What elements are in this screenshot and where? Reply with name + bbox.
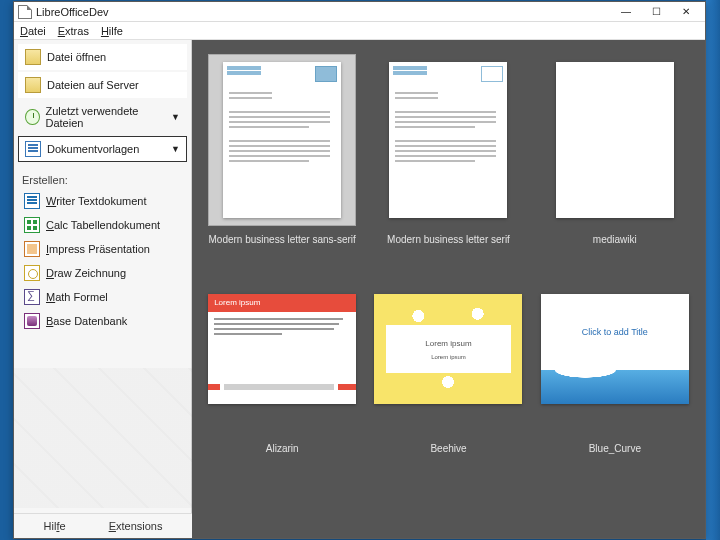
create-calc-button[interactable]: Calc Tabellendokument (18, 214, 187, 236)
maximize-button[interactable]: ☐ (641, 3, 671, 21)
menu-extras[interactable]: Extras (58, 25, 89, 37)
menu-help[interactable]: Hilfe (101, 25, 123, 37)
create-math-button[interactable]: Math Formel (18, 286, 187, 308)
create-item-label: Base Datenbank (46, 315, 127, 327)
create-item-label: Calc Tabellendokument (46, 219, 160, 231)
close-button[interactable]: ✕ (671, 3, 701, 21)
alizarin-title: Lorem ipsum (208, 294, 356, 312)
clock-icon (25, 109, 40, 125)
template-icon (25, 141, 41, 157)
template-label: Beehive (430, 443, 466, 454)
files-on-server-button[interactable]: Dateien auf Server (18, 72, 187, 98)
window-title: LibreOfficeDev (36, 6, 611, 18)
open-file-button[interactable]: Datei öffnen (18, 44, 187, 70)
template-item[interactable]: Modern business letter sans-serif (206, 54, 358, 245)
impress-icon (24, 241, 40, 257)
base-icon (24, 313, 40, 329)
template-item[interactable]: Click to add Title Blue_Curve (539, 263, 691, 454)
template-item[interactable]: Lorem ipsum Alizarin (206, 263, 358, 454)
beehive-preview: Lorem ipsum Lorem ipsum (374, 294, 522, 404)
math-icon (24, 289, 40, 305)
template-label: Blue_Curve (589, 443, 641, 454)
help-link[interactable]: Hilfe (44, 520, 66, 532)
letter-preview (389, 62, 507, 218)
templates-label: Dokumentvorlagen (47, 143, 139, 155)
extensions-link[interactable]: Extensions (109, 520, 163, 532)
folder-icon (25, 49, 41, 65)
create-item-label: Impress Präsentation (46, 243, 150, 255)
template-label: mediawiki (593, 234, 637, 245)
sidebar-footer: Hilfe Extensions (14, 513, 192, 538)
calc-icon (24, 217, 40, 233)
letter-preview (223, 62, 341, 218)
alizarin-preview: Lorem ipsum (208, 294, 356, 404)
template-thumbnail (374, 54, 522, 226)
menu-file[interactable]: Datei (20, 25, 46, 37)
create-item-label: Draw Zeichnung (46, 267, 126, 279)
template-label: Modern business letter sans-serif (209, 234, 356, 245)
window-controls: — ☐ ✕ (611, 3, 701, 21)
beehive-title: Lorem ipsum (425, 339, 471, 348)
minimize-button[interactable]: — (611, 3, 641, 21)
template-thumbnail: Lorem ipsum (208, 263, 356, 435)
create-section-label: Erstellen: (14, 166, 191, 190)
beehive-sub: Lorem ipsum (431, 354, 466, 360)
create-item-label: Writer Textdokument (46, 195, 146, 207)
writer-icon (24, 193, 40, 209)
template-item[interactable]: Lorem ipsum Lorem ipsum Beehive (372, 263, 524, 454)
template-label: Modern business letter serif (387, 234, 510, 245)
sidebar: Datei öffnen Dateien auf Server Zuletzt … (14, 40, 192, 538)
template-item[interactable]: mediawiki (539, 54, 691, 245)
desktop-background (706, 0, 720, 540)
app-icon (18, 5, 32, 19)
menubar: Datei Extras Hilfe (14, 22, 705, 40)
templates-button[interactable]: Dokumentvorlagen ▼ (18, 136, 187, 162)
create-base-button[interactable]: Base Datenbank (18, 310, 187, 332)
template-thumbnail: Click to add Title (541, 263, 689, 435)
chevron-down-icon: ▼ (171, 112, 180, 122)
create-item-label: Math Formel (46, 291, 108, 303)
recent-files-button[interactable]: Zuletzt verwendete Dateien ▼ (18, 100, 187, 134)
draw-icon (24, 265, 40, 281)
create-writer-button[interactable]: Writer Textdokument (18, 190, 187, 212)
files-on-server-label: Dateien auf Server (47, 79, 139, 91)
template-thumbnail: Lorem ipsum Lorem ipsum (374, 263, 522, 435)
create-impress-button[interactable]: Impress Präsentation (18, 238, 187, 260)
titlebar: LibreOfficeDev — ☐ ✕ (14, 2, 705, 22)
open-file-label: Datei öffnen (47, 51, 106, 63)
bluecurve-preview: Click to add Title (541, 294, 689, 404)
template-thumbnail-selected (208, 54, 356, 226)
template-label: Alizarin (266, 443, 299, 454)
blank-preview (556, 62, 674, 218)
app-window: LibreOfficeDev — ☐ ✕ Datei Extras Hilfe … (13, 1, 706, 539)
template-item[interactable]: Modern business letter serif (372, 54, 524, 245)
chevron-down-icon: ▼ (171, 144, 180, 154)
folder-icon (25, 77, 41, 93)
bluecurve-title: Click to add Title (541, 294, 689, 370)
template-gallery: Modern business letter sans-serif (192, 40, 705, 538)
create-draw-button[interactable]: Draw Zeichnung (18, 262, 187, 284)
recent-files-label: Zuletzt verwendete Dateien (46, 105, 166, 129)
template-thumbnail (541, 54, 689, 226)
